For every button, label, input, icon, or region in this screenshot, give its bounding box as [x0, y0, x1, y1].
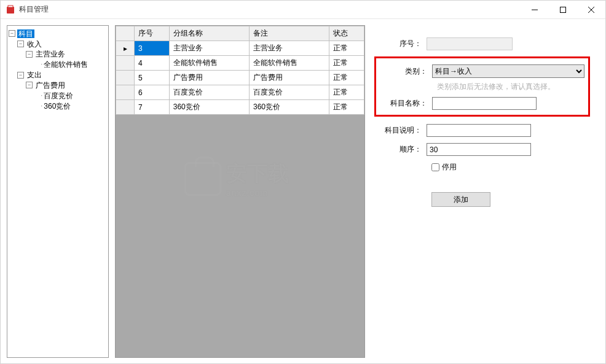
collapse-icon[interactable]: − — [9, 30, 15, 37]
name-input[interactable] — [432, 97, 537, 110]
collapse-icon[interactable]: − — [17, 41, 24, 47]
main-content: −科目 −收入 −主营业务 ·全能软件销售 −支出 −广告费用 ·百度竞价 ·3… — [1, 19, 605, 364]
cell-remark[interactable]: 主营业务 — [250, 41, 329, 56]
cell-seq[interactable]: 4 — [135, 56, 170, 71]
desc-label: 科目说明： — [374, 125, 427, 136]
seq-label: 序号： — [374, 39, 427, 49]
cell-group[interactable]: 广告费用 — [169, 71, 249, 85]
maximize-button[interactable] — [549, 1, 577, 19]
col-seq[interactable]: 序号 — [135, 26, 170, 41]
table-row[interactable]: 5广告费用广告费用正常 — [116, 71, 364, 85]
form-panel: 序号： 类别： 科目→收入 类别添加后无法修改，请认真选择。 科目名称： 科目说… — [365, 25, 599, 358]
tree-item[interactable]: −主营业务 — [9, 49, 107, 60]
disable-checkbox[interactable] — [431, 163, 439, 171]
tree-item[interactable]: −广告费用 — [9, 80, 107, 90]
table-row[interactable]: 4全能软件销售全能软件销售正常 — [116, 56, 364, 71]
tree-root[interactable]: −科目 — [9, 28, 107, 39]
cell-status[interactable]: 正常 — [329, 56, 364, 71]
desc-input[interactable] — [427, 124, 531, 137]
row-name: 科目名称： — [380, 97, 584, 110]
order-input[interactable] — [427, 143, 531, 156]
cell-group[interactable]: 百度竞价 — [169, 85, 249, 100]
row-disable: 停用 — [431, 162, 590, 172]
cell-seq[interactable]: 5 — [135, 71, 170, 85]
highlight-box: 类别： 科目→收入 类别添加后无法修改，请认真选择。 科目名称： — [374, 56, 590, 117]
row-indicator — [116, 100, 135, 115]
tree-item[interactable]: −支出 — [9, 69, 107, 80]
row-seq: 序号： — [374, 37, 590, 50]
disable-label: 停用 — [442, 162, 457, 172]
close-button[interactable] — [577, 1, 605, 19]
cell-group[interactable]: 主营业务 — [169, 41, 249, 56]
collapse-icon[interactable]: − — [26, 82, 33, 88]
app-icon — [6, 5, 15, 15]
tree-root-label[interactable]: 科目 — [17, 29, 34, 38]
cell-seq[interactable]: 3 — [135, 41, 170, 56]
col-group[interactable]: 分组名称 — [169, 26, 249, 41]
cell-status[interactable]: 正常 — [329, 85, 364, 100]
cell-remark[interactable]: 百度竞价 — [250, 85, 329, 100]
button-container: 添加 — [431, 192, 590, 207]
collapse-icon[interactable]: − — [26, 51, 33, 58]
name-label: 科目名称： — [380, 98, 432, 109]
row-header-blank — [116, 26, 135, 41]
table-panel: 序号 分组名称 备注 状态 ▸3主营业务主营业务正常4全能软件销售全能软件销售正… — [115, 25, 365, 358]
cell-remark[interactable]: 广告费用 — [250, 71, 329, 85]
table-header-row: 序号 分组名称 备注 状态 — [116, 26, 364, 41]
svg-rect-0 — [7, 7, 14, 14]
cell-group[interactable]: 360竞价 — [169, 100, 249, 115]
row-order: 顺序： — [374, 143, 590, 156]
svg-rect-3 — [561, 7, 566, 12]
row-indicator — [116, 85, 135, 100]
cell-group[interactable]: 全能软件销售 — [169, 56, 249, 71]
category-select[interactable]: 科目→收入 — [432, 64, 584, 78]
tree-item[interactable]: ·360竞价 — [9, 101, 107, 111]
row-indicator — [116, 71, 135, 85]
col-status[interactable]: 状态 — [329, 26, 364, 41]
order-label: 顺序： — [374, 144, 427, 155]
add-button[interactable]: 添加 — [431, 192, 490, 207]
tree-panel[interactable]: −科目 −收入 −主营业务 ·全能软件销售 −支出 −广告费用 ·百度竞价 ·3… — [7, 25, 109, 358]
tree-item[interactable]: ·全能软件销售 — [9, 59, 107, 69]
table-row[interactable]: 7360竞价360竞价正常 — [116, 100, 364, 115]
cell-seq[interactable]: 6 — [135, 85, 170, 100]
collapse-icon[interactable]: − — [17, 72, 24, 79]
row-indicator: ▸ — [116, 41, 135, 56]
category-label: 类别： — [380, 66, 432, 77]
cell-remark[interactable]: 全能软件销售 — [250, 56, 329, 71]
tree-item[interactable]: ·百度竞价 — [9, 90, 107, 101]
cell-status[interactable]: 正常 — [329, 41, 364, 56]
title-bar: 科目管理 — [1, 1, 605, 19]
window-title: 科目管理 — [19, 4, 521, 15]
table-row[interactable]: 6百度竞价百度竞价正常 — [116, 85, 364, 100]
cell-remark[interactable]: 360竞价 — [250, 100, 329, 115]
table-row[interactable]: ▸3主营业务主营业务正常 — [116, 41, 364, 56]
cell-seq[interactable]: 7 — [135, 100, 170, 115]
data-grid[interactable]: 序号 分组名称 备注 状态 ▸3主营业务主营业务正常4全能软件销售全能软件销售正… — [116, 26, 364, 115]
col-remark[interactable]: 备注 — [250, 26, 329, 41]
cell-status[interactable]: 正常 — [329, 100, 364, 115]
category-hint: 类别添加后无法修改，请认真选择。 — [437, 82, 584, 92]
tree-item[interactable]: −收入 — [9, 39, 107, 49]
svg-rect-1 — [8, 6, 13, 7]
row-desc: 科目说明： — [374, 124, 590, 137]
row-category: 类别： 科目→收入 — [380, 64, 584, 78]
minimize-button[interactable] — [521, 1, 549, 19]
row-indicator — [116, 56, 135, 71]
cell-status[interactable]: 正常 — [329, 71, 364, 85]
seq-input — [427, 37, 513, 50]
